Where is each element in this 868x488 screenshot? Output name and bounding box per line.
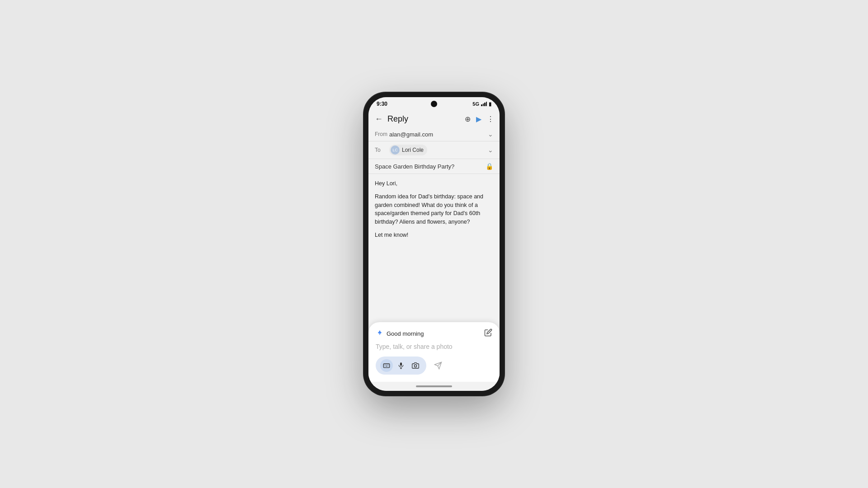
recipient-name: Lori Cole <box>402 147 424 153</box>
email-greeting: Hey Lori, <box>375 179 493 188</box>
phone-screen: 9:30 5G ▮ ← Reply ⊕ ▶ ⋮ <box>368 97 500 391</box>
signal-bars <box>481 102 487 106</box>
svg-rect-0 <box>383 364 389 368</box>
sheet-header: Good morning <box>376 328 492 338</box>
sheet-send-button[interactable] <box>431 358 445 373</box>
to-label: To <box>375 147 389 153</box>
email-body-text: Random idea for Dad's birthday: space an… <box>375 192 493 226</box>
to-chevron: ⌄ <box>488 146 493 154</box>
camera-notch <box>431 101 437 107</box>
app-header: ← Reply ⊕ ▶ ⋮ <box>368 111 500 127</box>
more-options-icon[interactable]: ⋮ <box>487 115 494 123</box>
toolbar-group <box>376 357 426 375</box>
gemini-greeting: Good morning <box>387 330 424 337</box>
keyboard-button[interactable] <box>380 359 393 372</box>
home-indicator <box>368 382 500 391</box>
camera-button[interactable] <box>409 359 422 372</box>
network-label: 5G <box>472 101 479 107</box>
gemini-label: Good morning <box>376 329 424 338</box>
email-closing: Let me know! <box>375 231 493 239</box>
edit-icon[interactable] <box>484 328 492 338</box>
recipient-avatar: LC <box>391 145 400 155</box>
email-body[interactable]: Hey Lori, Random idea for Dad's birthday… <box>368 174 500 322</box>
recipient-chip[interactable]: LC Lori Cole <box>389 145 427 155</box>
bottom-sheet: Good morning Type, talk, or share a phot… <box>368 322 500 382</box>
sheet-toolbar <box>376 357 492 375</box>
phone-device: 9:30 5G ▮ ← Reply ⊕ ▶ ⋮ <box>364 93 504 395</box>
header-icons: ⊕ ▶ ⋮ <box>465 115 494 123</box>
from-chevron: ⌄ <box>488 131 493 138</box>
status-icons: 5G ▮ <box>472 101 491 107</box>
from-value: alan@gmail.com <box>389 131 488 138</box>
status-time: 9:30 <box>377 101 387 107</box>
back-button[interactable]: ← <box>374 113 384 125</box>
attach-icon[interactable]: ⊕ <box>465 115 471 123</box>
svg-rect-1 <box>400 362 402 366</box>
lock-icon: 🔒 <box>486 163 493 170</box>
header-title: Reply <box>387 114 461 124</box>
compose-area: From alan@gmail.com ⌄ To LC Lori Cole ⌄ … <box>368 127 500 382</box>
from-label: From <box>375 131 389 137</box>
subject-text: Space Garden Birthday Party? <box>375 163 486 170</box>
gemini-star-icon <box>376 329 384 338</box>
home-bar <box>416 385 452 387</box>
send-icon[interactable]: ▶ <box>476 115 481 123</box>
from-field[interactable]: From alan@gmail.com ⌄ <box>368 127 500 141</box>
mic-button[interactable] <box>395 359 407 372</box>
input-placeholder[interactable]: Type, talk, or share a photo <box>376 343 492 350</box>
to-value: LC Lori Cole <box>389 145 488 155</box>
svg-point-4 <box>414 365 416 367</box>
to-field[interactable]: To LC Lori Cole ⌄ <box>368 141 500 159</box>
battery-icon: ▮ <box>489 101 491 107</box>
status-bar: 9:30 5G ▮ <box>368 97 500 111</box>
subject-row[interactable]: Space Garden Birthday Party? 🔒 <box>368 159 500 174</box>
